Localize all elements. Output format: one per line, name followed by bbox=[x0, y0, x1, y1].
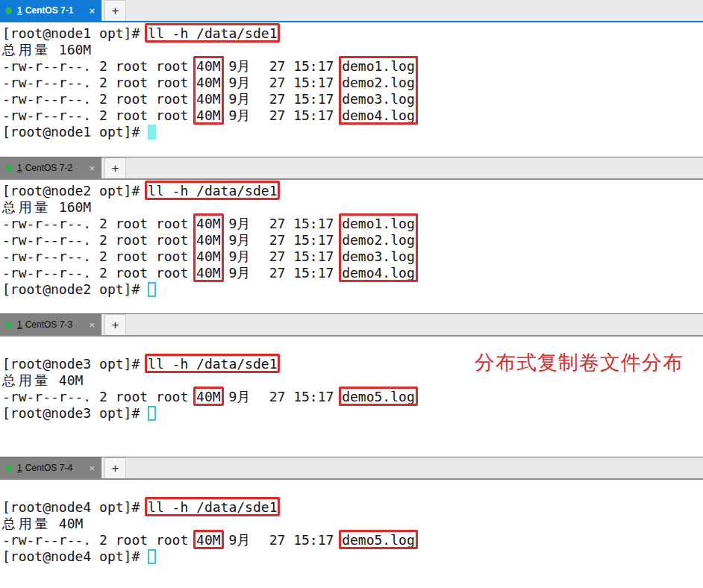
terminal-line: -rw-r--r--. 2 root root 40M 9月 27 15:17 … bbox=[2, 232, 703, 248]
cjk-char: 量 bbox=[34, 42, 51, 58]
new-tab-button[interactable]: + bbox=[104, 314, 126, 335]
tab-centos-7-4[interactable]: 1CentOS 7-4 × bbox=[0, 457, 101, 478]
terminal-text: [root@node2 opt]# bbox=[2, 183, 148, 198]
terminal-output[interactable]: [root@node4 opt]# ll -h /data/sde1总用量 40… bbox=[0, 480, 703, 565]
terminal-text: [root@node1 opt]# bbox=[2, 124, 148, 140]
terminal-cursor bbox=[148, 282, 156, 297]
cjk-char: 月 bbox=[237, 107, 253, 124]
highlight-box: demo2.log bbox=[339, 75, 418, 90]
cjk-char: 用 bbox=[19, 199, 35, 216]
terminal-output[interactable]: [root@node2 opt]# ll -h /data/sde1总用量 16… bbox=[0, 180, 703, 298]
terminal-text: -rw-r--r--. 2 root root bbox=[2, 107, 196, 123]
terminal-cursor bbox=[148, 406, 156, 421]
terminal-text: [root@node4 opt]# bbox=[2, 499, 148, 515]
terminal-line bbox=[2, 483, 703, 499]
tab-mnemonic: 1 bbox=[17, 5, 22, 16]
terminal-line: 总用量 160M bbox=[2, 42, 703, 58]
terminal-text: [root@node3 opt]# bbox=[2, 405, 148, 421]
highlight-box: 40M bbox=[193, 216, 224, 231]
tab-label: 1CentOS 7-4 bbox=[17, 463, 86, 473]
terminal-text: 9月 27 15:17 bbox=[221, 532, 343, 548]
cjk-char: 总 bbox=[2, 199, 19, 216]
highlight-box: 40M bbox=[193, 265, 224, 281]
terminal-text: 9月 27 15:17 bbox=[221, 107, 343, 123]
terminal-text: [root@node1 opt]# bbox=[2, 25, 148, 41]
tab-centos-7-1[interactable]: 1CentOS 7-1 × bbox=[0, 0, 101, 21]
terminal-line: [root@node4 opt]# ll -h /data/sde1 bbox=[2, 499, 703, 516]
highlight-box: ll -h /data/sde1 bbox=[145, 25, 280, 41]
highlight-box: ll -h /data/sde1 bbox=[145, 499, 280, 515]
cjk-char: 月 bbox=[237, 91, 253, 107]
cjk-char: 月 bbox=[237, 248, 253, 265]
terminal-panel-1: 1CentOS 7-1 × + [root@node1 opt]# ll -h … bbox=[0, 0, 703, 140]
terminal-line: [root@node2 opt]# ll -h /data/sde1 bbox=[2, 183, 703, 199]
cjk-char: 月 bbox=[237, 389, 253, 405]
highlight-box: ll -h /data/sde1 bbox=[145, 183, 280, 198]
tab-bar-1: 1CentOS 7-1 × + bbox=[0, 0, 703, 22]
annotation-text: 分布式复制卷文件分布 bbox=[475, 349, 684, 376]
highlight-box: 40M bbox=[193, 58, 224, 74]
close-icon[interactable]: × bbox=[89, 163, 95, 173]
terminal-text: 9月 27 15:17 bbox=[221, 265, 343, 281]
terminal-line: -rw-r--r--. 2 root root 40M 9月 27 15:17 … bbox=[2, 91, 703, 107]
terminal-line: -rw-r--r--. 2 root root 40M 9月 27 15:17 … bbox=[2, 248, 703, 265]
tab-title: CentOS 7-1 bbox=[25, 5, 74, 16]
tab-centos-7-2[interactable]: 1CentOS 7-2 × bbox=[0, 157, 101, 178]
terminal-text: -rw-r--r--. 2 root root bbox=[2, 58, 196, 74]
tab-bar-2: 1CentOS 7-2 × + bbox=[0, 157, 703, 180]
terminal-panel-2: 1CentOS 7-2 × + [root@node2 opt]# ll -h … bbox=[0, 157, 703, 298]
terminal-text: 9月 27 15:17 bbox=[221, 58, 343, 74]
tab-mnemonic: 1 bbox=[17, 163, 22, 173]
terminal-line: -rw-r--r--. 2 root root 40M 9月 27 15:17 … bbox=[2, 107, 703, 124]
terminal-line: 总用量 160M bbox=[2, 199, 703, 216]
close-icon[interactable]: × bbox=[89, 320, 95, 330]
new-tab-button[interactable]: + bbox=[104, 457, 126, 478]
tab-bar-4: 1CentOS 7-4 × + bbox=[0, 457, 703, 480]
terminal-text: -rw-r--r--. 2 root root bbox=[2, 91, 196, 107]
new-tab-button[interactable]: + bbox=[104, 0, 126, 21]
highlight-box: 40M bbox=[193, 91, 224, 107]
terminal-line: [root@node3 opt]# bbox=[2, 405, 703, 422]
session-status-dot bbox=[5, 7, 12, 14]
terminal-line: [root@node1 opt]# bbox=[2, 124, 703, 140]
terminal-cursor bbox=[148, 549, 156, 564]
highlight-box: demo1.log bbox=[339, 216, 418, 231]
highlight-box: demo3.log bbox=[339, 91, 418, 107]
terminal-output[interactable]: [root@node1 opt]# ll -h /data/sde1总用量 16… bbox=[0, 22, 703, 140]
terminal-text: -rw-r--r--. 2 root root bbox=[2, 265, 196, 281]
terminal-text: [root@node2 opt]# bbox=[2, 281, 148, 297]
cjk-char: 月 bbox=[237, 532, 253, 548]
cjk-char: 月 bbox=[237, 75, 253, 91]
tab-centos-7-3[interactable]: 1CentOS 7-3 × bbox=[0, 314, 101, 335]
tab-label: 1CentOS 7-1 bbox=[17, 5, 86, 16]
session-status-dot bbox=[5, 465, 12, 472]
terminal-text: 总用量 40M bbox=[2, 516, 83, 531]
highlight-box: demo5.log bbox=[339, 389, 418, 404]
terminal-line: -rw-r--r--. 2 root root 40M 9月 27 15:17 … bbox=[2, 75, 703, 91]
new-tab-button[interactable]: + bbox=[104, 157, 126, 178]
cjk-char: 量 bbox=[34, 372, 51, 389]
terminal-line: -rw-r--r--. 2 root root 40M 9月 27 15:17 … bbox=[2, 58, 703, 75]
terminal-text: 9月 27 15:17 bbox=[221, 389, 343, 404]
cjk-char: 用 bbox=[19, 42, 35, 58]
close-icon[interactable]: × bbox=[89, 6, 95, 16]
terminal-line: [root@node2 opt]# bbox=[2, 281, 703, 298]
terminal-text: 9月 27 15:17 bbox=[221, 248, 343, 264]
tab-title: CentOS 7-3 bbox=[25, 319, 72, 330]
terminal-text: [root@node4 opt]# bbox=[2, 548, 148, 564]
cjk-char: 月 bbox=[237, 232, 253, 248]
terminal-text: -rw-r--r--. 2 root root bbox=[2, 532, 196, 548]
highlight-box: 40M bbox=[193, 532, 224, 548]
highlight-box: 40M bbox=[193, 107, 224, 123]
terminal-line: [root@node1 opt]# ll -h /data/sde1 bbox=[2, 25, 703, 42]
terminal-line: 总用量 40M bbox=[2, 516, 703, 532]
tab-bar-3: 1CentOS 7-3 × + bbox=[0, 313, 703, 337]
highlight-box: demo2.log bbox=[339, 232, 418, 248]
tab-title: CentOS 7-4 bbox=[25, 463, 72, 473]
highlight-box: ll -h /data/sde1 bbox=[145, 356, 280, 372]
terminal-text: 9月 27 15:17 bbox=[221, 91, 343, 107]
terminal-panel-4: 1CentOS 7-4 × + [root@node4 opt]# ll -h … bbox=[0, 457, 703, 565]
cjk-char: 月 bbox=[237, 265, 253, 281]
close-icon[interactable]: × bbox=[89, 463, 95, 473]
tab-label: 1CentOS 7-2 bbox=[17, 163, 86, 173]
